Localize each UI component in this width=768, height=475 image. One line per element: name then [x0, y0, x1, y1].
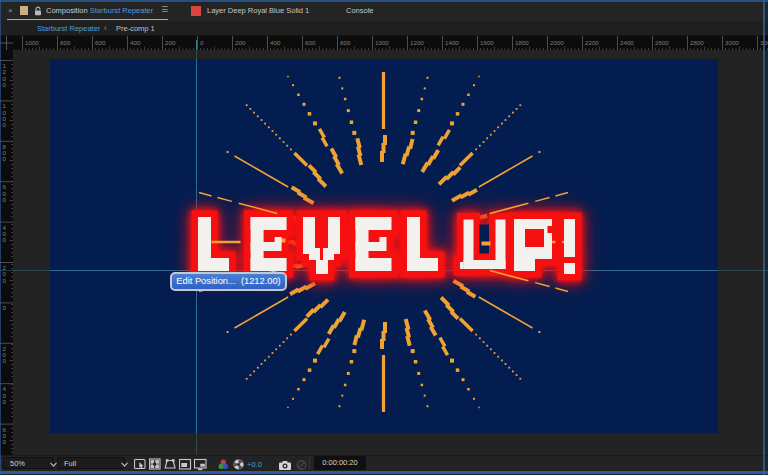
svg-text:600: 600	[305, 39, 316, 46]
svg-text:1600: 1600	[480, 39, 494, 46]
svg-text:800: 800	[340, 39, 351, 46]
svg-text:2400: 2400	[620, 39, 634, 46]
svg-text:0: 0	[200, 39, 204, 46]
svg-text:2600: 2600	[655, 39, 669, 46]
svg-text:1800: 1800	[515, 39, 529, 46]
svg-text:1000: 1000	[25, 39, 39, 46]
svg-text:0: 0	[3, 236, 7, 243]
svg-text:600: 600	[95, 39, 106, 46]
svg-text:0: 0	[3, 438, 7, 445]
svg-text:1200: 1200	[410, 39, 424, 46]
svg-text:2000: 2000	[550, 39, 564, 46]
svg-text:2800: 2800	[690, 39, 704, 46]
svg-text:1400: 1400	[445, 39, 459, 46]
svg-text:200: 200	[165, 39, 176, 46]
svg-text:0: 0	[3, 196, 7, 203]
svg-text:800: 800	[60, 39, 71, 46]
svg-text:0: 0	[3, 81, 7, 88]
svg-text:0: 0	[3, 155, 7, 162]
svg-text:1000: 1000	[375, 39, 389, 46]
svg-text:2200: 2200	[585, 39, 599, 46]
svg-text:0: 0	[3, 304, 7, 311]
svg-text:0: 0	[3, 121, 7, 128]
svg-text:3000: 3000	[725, 39, 739, 46]
svg-text:0: 0	[3, 398, 7, 405]
svg-text:400: 400	[130, 39, 141, 46]
svg-text:400: 400	[270, 39, 281, 46]
svg-text:200: 200	[235, 39, 246, 46]
svg-text:0: 0	[3, 277, 7, 284]
svg-text:0: 0	[3, 357, 7, 364]
